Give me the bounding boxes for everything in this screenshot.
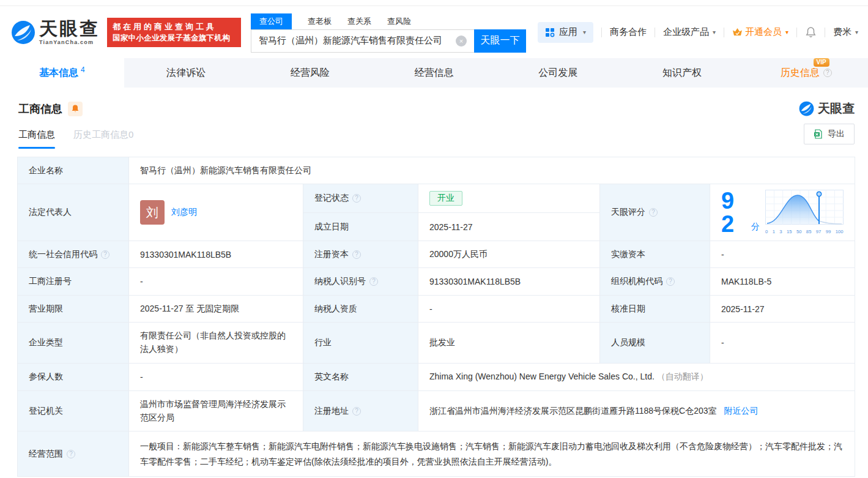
- watermark-text: 天眼查: [818, 100, 855, 117]
- field-value-legal-rep: 刘 刘彦明: [129, 184, 303, 241]
- legal-rep-link[interactable]: 刘彦明: [171, 207, 197, 218]
- field-value-business-term: 2025-11-27 至 无固定期限: [129, 296, 303, 323]
- field-label-reg-address: 注册地址?: [303, 391, 418, 431]
- field-value-org-code: MAK118LB-5: [710, 268, 855, 296]
- clear-icon[interactable]: ×: [456, 35, 467, 47]
- tianyancha-logo[interactable]: 天眼查 TianYanCha.com: [11, 19, 100, 45]
- header-menu: 应用 ▾ 商务合作 企业级产品 ▾ 开通会员 ▾: [538, 22, 868, 43]
- apps-button[interactable]: 应用 ▾: [538, 22, 593, 43]
- slogan-line2: 国家中小企业发展子基金旗下机构: [113, 32, 236, 44]
- menu-cooperation[interactable]: 商务合作: [610, 26, 647, 38]
- field-label-taxpayer-id: 纳税人识别号?: [303, 268, 418, 296]
- brand-slogan-badge: 都在用的商业查询工具 国家中小企业发展子基金旗下机构: [107, 18, 241, 47]
- tab-basic-info[interactable]: 基本信息 4: [0, 58, 124, 88]
- header: 天眼查 TianYanCha.com 都在用的商业查询工具 国家中小企业发展子基…: [0, 6, 868, 58]
- field-value-company-name: 智马行（温州）新能源汽车销售有限责任公司: [129, 157, 855, 184]
- company-nav-tabs: 基本信息 4 法律诉讼 经营风险 经营信息 公司发展 知识产权 历史信息 VIP…: [0, 58, 868, 88]
- search-tab-boss[interactable]: 查老板: [308, 13, 332, 29]
- search-tab-relation[interactable]: 查关系: [347, 13, 371, 29]
- tab-history-info[interactable]: 历史信息 VIP ?: [744, 58, 868, 88]
- field-label-reg-capital: 注册资本?: [303, 241, 418, 268]
- field-label-reg-status: 登记状态?: [303, 184, 418, 213]
- field-label-insured-count: 参保人数: [18, 364, 129, 391]
- nearby-companies-link[interactable]: 附近公司: [724, 406, 758, 416]
- enterprise-label: 企业级产品: [663, 26, 709, 38]
- tab-business-risk[interactable]: 经营风险: [248, 58, 372, 88]
- score-unit: 分: [751, 222, 760, 233]
- search-tab-company[interactable]: 查公司: [251, 13, 292, 29]
- monitor-bell-button[interactable]: [68, 102, 83, 116]
- user-menu[interactable]: 费米 ▾: [833, 26, 858, 38]
- field-label-legal-rep: 法定代表人: [18, 184, 129, 241]
- field-value-company-type: 有限责任公司（非自然人投资或控股的法人独资）: [129, 323, 303, 364]
- field-value-credit-code: 91330301MAK118LB5B: [129, 241, 303, 268]
- field-label-approval-date: 核准日期: [600, 296, 710, 323]
- divider: [825, 28, 825, 37]
- auto-translate-note: （自动翻译）: [657, 372, 708, 381]
- search-button[interactable]: 天眼一下: [474, 29, 526, 53]
- export-button[interactable]: 导出: [804, 124, 855, 144]
- grid-icon: [545, 28, 555, 37]
- field-label-english-name: 英文名称: [303, 364, 418, 391]
- vip-label: 开通会员: [745, 26, 782, 38]
- field-value-taxpayer-quality: -: [418, 296, 600, 323]
- subtab-history-business-info[interactable]: 历史工商信息0: [73, 129, 133, 149]
- excel-icon: [814, 129, 823, 139]
- field-label-reg-number: 工商注册号: [18, 268, 129, 296]
- field-label-business-term: 营业期限: [18, 296, 129, 323]
- field-value-taxpayer-id: 91330301MAK118LB5B: [418, 268, 600, 296]
- export-label: 导出: [828, 129, 845, 140]
- menu-open-vip[interactable]: 开通会员 ▾: [732, 26, 788, 38]
- tab-business-info[interactable]: 经营信息: [372, 58, 496, 88]
- tab-label: 公司发展: [538, 67, 577, 80]
- business-info-table: 企业名称 智马行（温州）新能源汽车销售有限责任公司 法定代表人 刘 刘彦明 登记…: [17, 157, 855, 477]
- field-label-credit-code: 统一社会信用代码?: [18, 241, 129, 268]
- tab-label: 历史信息: [781, 67, 820, 78]
- score-distribution-chart: 0131550859799100: [765, 190, 844, 235]
- notification-bell-button[interactable]: [805, 26, 817, 38]
- score-chart-axis: 0131550859799100: [765, 229, 844, 234]
- cooperation-label: 商务合作: [610, 26, 647, 38]
- help-icon[interactable]: ?: [101, 250, 109, 259]
- tab-intellectual-property[interactable]: 知识产权: [620, 58, 744, 88]
- status-badge: 开业: [429, 191, 462, 206]
- field-label-paid-capital: 实缴资本: [600, 241, 710, 268]
- subtab-count: 0: [128, 129, 133, 140]
- chevron-down-icon: ▾: [855, 29, 858, 35]
- divider: [601, 28, 602, 37]
- search-tab-risk[interactable]: 查风险: [387, 13, 411, 29]
- tab-lawsuits[interactable]: 法律诉讼: [124, 58, 248, 88]
- page-top-divider: [0, 0, 868, 6]
- tab-label: 法律诉讼: [166, 67, 206, 80]
- field-value-insured-count: -: [129, 364, 303, 391]
- divider: [655, 28, 655, 37]
- tab-label: 基本信息: [39, 67, 78, 80]
- help-icon[interactable]: ?: [649, 208, 658, 217]
- logo-subtext: TianYanCha.com: [39, 39, 100, 45]
- help-icon[interactable]: ?: [67, 450, 75, 458]
- subtab-business-info[interactable]: 工商信息: [18, 129, 55, 149]
- slogan-line1: 都在用的商业查询工具: [113, 21, 236, 32]
- legal-rep-avatar[interactable]: 刘: [140, 200, 165, 225]
- vip-badge: VIP: [814, 58, 829, 67]
- field-value-score: 92 分: [710, 184, 855, 241]
- field-label-org-code: 组织机构代码?: [600, 268, 710, 296]
- search-input[interactable]: [251, 29, 474, 53]
- tianyancha-logo-icon: [799, 101, 814, 116]
- help-icon[interactable]: ?: [352, 250, 361, 259]
- help-icon[interactable]: ?: [666, 277, 675, 286]
- main-content: 工商信息 天眼查 工商信息 历史工商信息0: [0, 88, 868, 477]
- tab-company-development[interactable]: 公司发展: [496, 58, 620, 88]
- help-icon[interactable]: ?: [369, 277, 378, 286]
- help-icon[interactable]: ?: [823, 69, 832, 77]
- menu-enterprise-products[interactable]: 企业级产品 ▾: [663, 26, 716, 38]
- help-icon[interactable]: ?: [352, 407, 361, 416]
- chevron-down-icon: ▾: [583, 29, 586, 35]
- logo-text: 天眼查: [39, 19, 100, 39]
- subtab-label: 历史工商信息: [73, 129, 128, 140]
- search-area: 查公司 查老板 查关系 查风险 × 天眼一下: [251, 13, 526, 53]
- field-label-company-name: 企业名称: [18, 157, 129, 184]
- help-icon[interactable]: ?: [352, 194, 361, 203]
- chevron-down-icon: ▾: [713, 29, 716, 35]
- tianyancha-logo-icon: [11, 20, 35, 45]
